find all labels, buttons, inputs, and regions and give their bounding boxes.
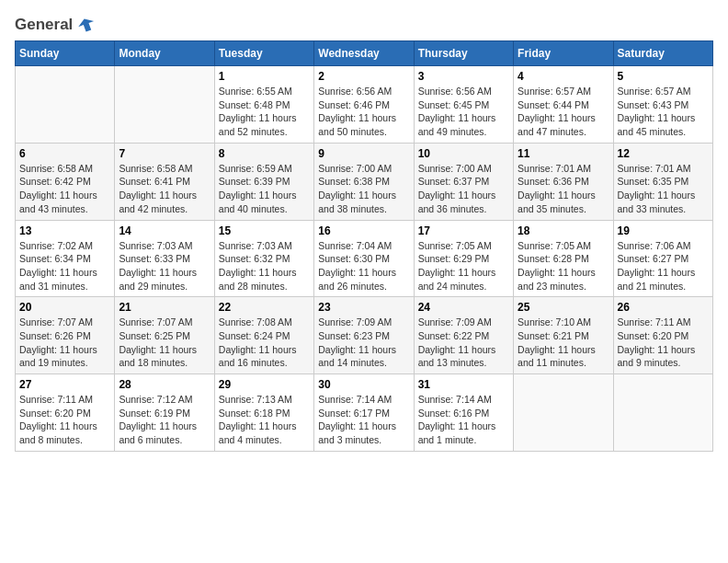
calendar-week-row: 27 Sunrise: 7:11 AMSunset: 6:20 PMDaylig…: [16, 374, 713, 452]
svg-marker-0: [76, 16, 97, 33]
calendar-cell: 3 Sunrise: 6:56 AMSunset: 6:45 PMDayligh…: [414, 66, 513, 144]
day-number: 12: [618, 147, 709, 160]
day-info: Sunrise: 7:05 AMSunset: 6:28 PMDaylight:…: [518, 239, 609, 293]
logo: General: [15, 15, 97, 31]
calendar-cell: 25 Sunrise: 7:10 AMSunset: 6:21 PMDaylig…: [514, 297, 613, 374]
day-number: 27: [19, 378, 110, 391]
logo-general: General: [15, 16, 73, 34]
calendar-cell: 31 Sunrise: 7:14 AMSunset: 6:16 PMDaylig…: [414, 374, 513, 452]
day-info: Sunrise: 7:06 AMSunset: 6:27 PMDaylight:…: [618, 239, 709, 293]
day-number: 25: [518, 301, 609, 314]
day-number: 29: [219, 378, 310, 391]
day-info: Sunrise: 6:58 AMSunset: 6:42 PMDaylight:…: [19, 162, 110, 216]
calendar-cell: 18 Sunrise: 7:05 AMSunset: 6:28 PMDaylig…: [514, 220, 613, 297]
calendar-cell: 2 Sunrise: 6:56 AMSunset: 6:46 PMDayligh…: [314, 66, 414, 144]
calendar-cell: 22 Sunrise: 7:08 AMSunset: 6:24 PMDaylig…: [214, 297, 313, 374]
day-info: Sunrise: 6:59 AMSunset: 6:39 PMDaylight:…: [219, 162, 310, 216]
calendar-week-row: 1 Sunrise: 6:55 AMSunset: 6:48 PMDayligh…: [16, 66, 713, 144]
day-info: Sunrise: 7:03 AMSunset: 6:32 PMDaylight:…: [219, 239, 310, 293]
calendar-cell: [514, 374, 613, 452]
calendar-cell: 20 Sunrise: 7:07 AMSunset: 6:26 PMDaylig…: [16, 297, 115, 374]
day-header-friday: Friday: [514, 41, 613, 66]
day-info: Sunrise: 7:13 AMSunset: 6:18 PMDaylight:…: [219, 393, 310, 447]
day-number: 22: [219, 301, 310, 314]
calendar-cell: 16 Sunrise: 7:04 AMSunset: 6:30 PMDaylig…: [314, 220, 414, 297]
day-number: 17: [418, 224, 509, 237]
day-header-wednesday: Wednesday: [314, 41, 414, 66]
day-info: Sunrise: 6:55 AMSunset: 6:48 PMDaylight:…: [219, 85, 310, 139]
day-info: Sunrise: 7:14 AMSunset: 6:16 PMDaylight:…: [418, 393, 509, 447]
day-number: 2: [318, 70, 409, 83]
day-number: 31: [418, 378, 509, 391]
day-info: Sunrise: 6:58 AMSunset: 6:41 PMDaylight:…: [119, 162, 210, 216]
day-info: Sunrise: 7:12 AMSunset: 6:19 PMDaylight:…: [119, 393, 210, 447]
calendar-cell: 6 Sunrise: 6:58 AMSunset: 6:42 PMDayligh…: [16, 143, 115, 220]
day-number: 15: [219, 224, 310, 237]
day-info: Sunrise: 7:02 AMSunset: 6:34 PMDaylight:…: [19, 239, 110, 293]
calendar-cell: 13 Sunrise: 7:02 AMSunset: 6:34 PMDaylig…: [16, 220, 115, 297]
calendar-cell: 17 Sunrise: 7:05 AMSunset: 6:29 PMDaylig…: [414, 220, 513, 297]
day-info: Sunrise: 7:01 AMSunset: 6:36 PMDaylight:…: [518, 162, 609, 216]
day-number: 24: [418, 301, 509, 314]
day-info: Sunrise: 7:10 AMSunset: 6:21 PMDaylight:…: [518, 316, 609, 370]
day-header-saturday: Saturday: [613, 41, 712, 66]
calendar-week-row: 6 Sunrise: 6:58 AMSunset: 6:42 PMDayligh…: [16, 143, 713, 220]
calendar-cell: 19 Sunrise: 7:06 AMSunset: 6:27 PMDaylig…: [613, 220, 712, 297]
calendar-cell: 28 Sunrise: 7:12 AMSunset: 6:19 PMDaylig…: [115, 374, 214, 452]
calendar-cell: 26 Sunrise: 7:11 AMSunset: 6:20 PMDaylig…: [613, 297, 712, 374]
day-info: Sunrise: 7:11 AMSunset: 6:20 PMDaylight:…: [19, 393, 110, 447]
day-number: 7: [119, 147, 210, 160]
calendar-cell: [16, 66, 115, 144]
calendar-cell: 4 Sunrise: 6:57 AMSunset: 6:44 PMDayligh…: [514, 66, 613, 144]
day-header-tuesday: Tuesday: [214, 41, 313, 66]
day-number: 23: [318, 301, 409, 314]
day-header-monday: Monday: [115, 41, 214, 66]
calendar-cell: 8 Sunrise: 6:59 AMSunset: 6:39 PMDayligh…: [214, 143, 313, 220]
logo-bird-icon: [76, 15, 97, 35]
day-info: Sunrise: 7:09 AMSunset: 6:23 PMDaylight:…: [318, 316, 409, 370]
day-number: 20: [19, 301, 110, 314]
calendar-cell: 24 Sunrise: 7:09 AMSunset: 6:22 PMDaylig…: [414, 297, 513, 374]
day-info: Sunrise: 6:57 AMSunset: 6:43 PMDaylight:…: [618, 85, 709, 139]
calendar-cell: 12 Sunrise: 7:01 AMSunset: 6:35 PMDaylig…: [613, 143, 712, 220]
calendar-cell: 11 Sunrise: 7:01 AMSunset: 6:36 PMDaylig…: [514, 143, 613, 220]
day-number: 19: [618, 224, 709, 237]
day-info: Sunrise: 7:05 AMSunset: 6:29 PMDaylight:…: [418, 239, 509, 293]
calendar-week-row: 13 Sunrise: 7:02 AMSunset: 6:34 PMDaylig…: [16, 220, 713, 297]
day-number: 4: [518, 70, 609, 83]
day-number: 16: [318, 224, 409, 237]
day-number: 3: [418, 70, 509, 83]
calendar-cell: 23 Sunrise: 7:09 AMSunset: 6:23 PMDaylig…: [314, 297, 414, 374]
calendar-cell: [115, 66, 214, 144]
calendar-header-row: SundayMondayTuesdayWednesdayThursdayFrid…: [16, 41, 713, 66]
day-info: Sunrise: 7:04 AMSunset: 6:30 PMDaylight:…: [318, 239, 409, 293]
day-number: 30: [318, 378, 409, 391]
calendar-cell: 30 Sunrise: 7:14 AMSunset: 6:17 PMDaylig…: [314, 374, 414, 452]
day-info: Sunrise: 6:56 AMSunset: 6:45 PMDaylight:…: [418, 85, 509, 139]
calendar-cell: [613, 374, 712, 452]
day-info: Sunrise: 7:09 AMSunset: 6:22 PMDaylight:…: [418, 316, 509, 370]
calendar-cell: 15 Sunrise: 7:03 AMSunset: 6:32 PMDaylig…: [214, 220, 313, 297]
day-info: Sunrise: 7:11 AMSunset: 6:20 PMDaylight:…: [618, 316, 709, 370]
day-info: Sunrise: 7:08 AMSunset: 6:24 PMDaylight:…: [219, 316, 310, 370]
day-info: Sunrise: 7:00 AMSunset: 6:37 PMDaylight:…: [418, 162, 509, 216]
day-info: Sunrise: 7:14 AMSunset: 6:17 PMDaylight:…: [318, 393, 409, 447]
calendar-cell: 27 Sunrise: 7:11 AMSunset: 6:20 PMDaylig…: [16, 374, 115, 452]
day-info: Sunrise: 7:01 AMSunset: 6:35 PMDaylight:…: [618, 162, 709, 216]
day-info: Sunrise: 6:57 AMSunset: 6:44 PMDaylight:…: [518, 85, 609, 139]
day-header-thursday: Thursday: [414, 41, 513, 66]
day-number: 26: [618, 301, 709, 314]
calendar-cell: 21 Sunrise: 7:07 AMSunset: 6:25 PMDaylig…: [115, 297, 214, 374]
day-info: Sunrise: 6:56 AMSunset: 6:46 PMDaylight:…: [318, 85, 409, 139]
day-number: 14: [119, 224, 210, 237]
day-number: 1: [219, 70, 310, 83]
day-number: 8: [219, 147, 310, 160]
day-info: Sunrise: 7:00 AMSunset: 6:38 PMDaylight:…: [318, 162, 409, 216]
day-header-sunday: Sunday: [16, 41, 115, 66]
day-number: 5: [618, 70, 709, 83]
calendar-cell: 10 Sunrise: 7:00 AMSunset: 6:37 PMDaylig…: [414, 143, 513, 220]
calendar-cell: 7 Sunrise: 6:58 AMSunset: 6:41 PMDayligh…: [115, 143, 214, 220]
calendar-cell: 5 Sunrise: 6:57 AMSunset: 6:43 PMDayligh…: [613, 66, 712, 144]
day-number: 21: [119, 301, 210, 314]
calendar-week-row: 20 Sunrise: 7:07 AMSunset: 6:26 PMDaylig…: [16, 297, 713, 374]
